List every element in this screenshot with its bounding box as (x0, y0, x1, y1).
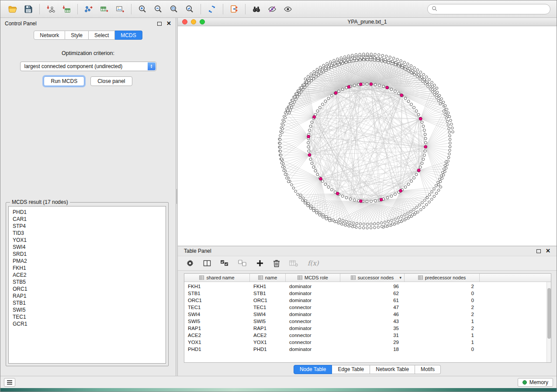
network-node[interactable] (415, 72, 417, 74)
network-node[interactable] (424, 133, 426, 136)
network-node[interactable] (353, 199, 356, 201)
network-node[interactable] (422, 73, 425, 76)
network-node[interactable] (342, 220, 344, 222)
network-node[interactable] (410, 210, 412, 213)
network-node[interactable] (307, 141, 310, 144)
network-node[interactable] (370, 56, 372, 59)
network-node[interactable] (400, 60, 402, 62)
mcds-result-item[interactable]: SRD1 (13, 251, 162, 258)
mcds-result-item[interactable]: TEC1 (13, 313, 162, 320)
network-node[interactable] (449, 138, 451, 141)
import-table-icon[interactable] (59, 3, 74, 16)
network-node[interactable] (448, 131, 451, 134)
network-node[interactable] (363, 53, 365, 55)
network-node[interactable] (318, 106, 321, 109)
network-node[interactable] (308, 82, 311, 84)
network-node[interactable] (336, 220, 338, 223)
network-node[interactable] (390, 195, 393, 197)
mcds-hub-node[interactable] (313, 116, 316, 119)
network-node[interactable] (373, 57, 376, 59)
network-node[interactable] (308, 129, 311, 131)
network-node[interactable] (319, 66, 322, 69)
network-node[interactable] (411, 69, 414, 72)
network-node[interactable] (349, 221, 351, 224)
network-node[interactable] (422, 125, 425, 127)
network-node[interactable] (374, 53, 377, 56)
network-node[interactable] (416, 69, 419, 71)
network-node[interactable] (352, 60, 354, 62)
network-node[interactable] (426, 203, 428, 206)
network-node[interactable] (309, 207, 312, 210)
network-node[interactable] (396, 58, 399, 61)
mcds-result-item[interactable]: STP4 (13, 223, 162, 230)
network-node[interactable] (381, 225, 383, 228)
network-node[interactable] (330, 189, 333, 191)
network-node[interactable] (321, 103, 324, 106)
network-node[interactable] (407, 100, 410, 103)
mcds-result-item[interactable]: PHD1 (13, 209, 162, 216)
network-node[interactable] (391, 62, 393, 65)
network-node[interactable] (428, 201, 431, 203)
network-node[interactable] (381, 54, 384, 57)
network-node[interactable] (439, 186, 442, 189)
mcds-result-item[interactable]: ORC1 (13, 285, 162, 292)
network-node[interactable] (341, 62, 344, 65)
network-node[interactable] (449, 149, 451, 152)
network-node[interactable] (366, 200, 368, 203)
mcds-result-item[interactable]: YOX1 (13, 237, 162, 244)
network-node[interactable] (327, 186, 330, 189)
network-node[interactable] (423, 154, 426, 157)
network-node[interactable] (291, 184, 293, 186)
network-node[interactable] (356, 59, 358, 62)
search-input[interactable] (440, 6, 546, 12)
column-header-MCDS-role[interactable]: MCDS role (286, 274, 340, 282)
mcds-hub-node[interactable] (360, 199, 363, 203)
import-network-icon[interactable] (43, 3, 59, 16)
network-node[interactable] (408, 68, 411, 70)
network-node[interactable] (324, 183, 327, 186)
network-node[interactable] (421, 121, 423, 124)
table-row[interactable]: STB1STB1dominator620 (184, 290, 551, 297)
criterion-dropdown[interactable]: largest connected component (undirected)… (20, 62, 156, 71)
network-node[interactable] (421, 202, 424, 204)
network-node[interactable] (329, 219, 331, 222)
network-node[interactable] (374, 83, 377, 86)
mcds-hub-node[interactable] (334, 92, 337, 95)
network-node[interactable] (288, 112, 291, 114)
network-node[interactable] (363, 58, 365, 61)
refresh-layout-icon[interactable] (204, 3, 220, 16)
network-node[interactable] (407, 63, 409, 65)
network-node[interactable] (439, 178, 441, 181)
network-node[interactable] (366, 53, 369, 55)
network-node[interactable] (437, 189, 440, 192)
network-node[interactable] (439, 180, 442, 183)
mcds-hub-node[interactable] (308, 154, 311, 157)
network-node[interactable] (359, 59, 362, 62)
table-scrollbar[interactable] (547, 282, 551, 362)
network-node[interactable] (441, 177, 443, 180)
network-node[interactable] (440, 175, 443, 177)
network-node[interactable] (374, 199, 377, 202)
network-node[interactable] (280, 154, 282, 157)
network-node[interactable] (384, 58, 387, 61)
network-node[interactable] (353, 57, 356, 60)
network-node[interactable] (338, 90, 340, 93)
network-node[interactable] (395, 61, 398, 64)
tab-network-table[interactable]: Network Table (370, 365, 415, 374)
network-node[interactable] (447, 124, 450, 127)
mcds-result-item[interactable]: SWI4 (13, 244, 162, 251)
network-node[interactable] (288, 106, 291, 108)
network-node[interactable] (391, 219, 393, 222)
network-node[interactable] (283, 120, 286, 123)
zoom-selected-icon[interactable] (182, 3, 197, 16)
network-node[interactable] (373, 223, 376, 225)
network-node[interactable] (300, 86, 303, 89)
network-node[interactable] (308, 150, 310, 152)
network-node[interactable] (338, 63, 341, 66)
network-node[interactable] (324, 100, 327, 103)
zoom-fit-icon[interactable] (166, 3, 182, 16)
network-node[interactable] (395, 222, 398, 224)
settings-gear-icon[interactable] (186, 259, 194, 268)
network-node[interactable] (286, 177, 288, 179)
network-node[interactable] (424, 137, 427, 140)
